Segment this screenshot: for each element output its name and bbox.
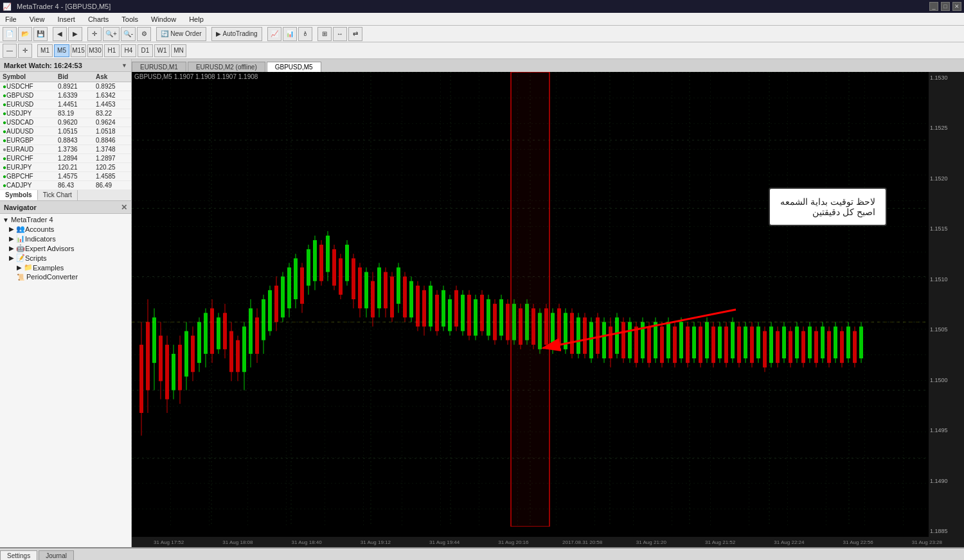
chart-shift-button[interactable]: ↔ <box>333 27 347 41</box>
bottom-tabs: Settings Journal <box>0 548 964 560</box>
nav-item-examples[interactable]: ▶📁 Examples <box>0 263 131 272</box>
menu-file[interactable]: File <box>3 15 19 24</box>
crosshair2-button[interactable]: ✛ <box>18 44 32 58</box>
mw-ask: 1.0518 <box>93 127 131 136</box>
menu-help[interactable]: Help <box>186 15 206 24</box>
period-h4[interactable]: H4 <box>121 44 136 57</box>
svg-rect-243 <box>511 72 549 527</box>
market-watch-header: Market Watch: 16:24:53 ▼ <box>0 59 131 72</box>
grid-button[interactable]: ⊞ <box>317 27 332 41</box>
maximize-button[interactable]: □ <box>941 2 950 11</box>
svg-rect-80 <box>339 258 343 295</box>
menu-charts[interactable]: Charts <box>85 15 111 24</box>
svg-rect-242 <box>859 326 863 358</box>
chart-tab-gbpusd-m5[interactable]: GBPUSD,M5 <box>267 62 321 72</box>
crosshair-button[interactable]: ✛ <box>87 27 102 41</box>
new-order-button[interactable]: 🔄 New Order <box>156 27 206 41</box>
chart-canvas[interactable]: GBPUSD,M5 1.1907 1.1908 1.1907 1.1908 <box>132 72 964 537</box>
mw-row[interactable]: ●EURUSD 1.4451 1.4453 <box>0 100 131 109</box>
tab-settings[interactable]: Settings <box>0 550 37 560</box>
period-m15[interactable]: M15 <box>71 44 86 57</box>
navigator-close[interactable]: ✕ <box>121 203 127 212</box>
mw-row[interactable]: ●GBPCHF 1.4575 1.4585 <box>0 172 131 181</box>
nav-item-expert-advisors[interactable]: ▶🤖 Expert Advisors <box>0 243 131 253</box>
svg-rect-42 <box>217 317 220 349</box>
menu-tools[interactable]: Tools <box>119 15 141 24</box>
svg-rect-78 <box>332 249 336 286</box>
autoscroll-button[interactable]: ⇄ <box>348 27 362 41</box>
mw-row[interactable]: ●GBPUSD 1.6339 1.6342 <box>0 91 131 100</box>
new-button[interactable]: 📄 <box>3 27 17 41</box>
mw-row[interactable]: ●EURJPY 120.21 120.25 <box>0 163 131 172</box>
forward-button[interactable]: ▶ <box>68 27 82 41</box>
chart-tab-eurusd-m2[interactable]: EURUSD,M2 (offline) <box>188 62 265 72</box>
navigator: Navigator ✕ ▼ MetaTrader 4▶👥 Accounts▶📊 … <box>0 201 131 547</box>
nav-item-periodconverter[interactable]: 📜 PeriodConverter <box>0 272 131 281</box>
zoom-in-button[interactable]: 🔍+ <box>103 27 120 41</box>
svg-rect-130 <box>499 299 503 336</box>
svg-rect-192 <box>699 326 702 363</box>
line-draw-button[interactable]: — <box>3 44 17 58</box>
back-button[interactable]: ◀ <box>53 27 67 41</box>
mw-row[interactable]: ●USDCAD 0.9620 0.9624 <box>0 118 131 127</box>
mw-row[interactable]: ●AUDUSD 1.0515 1.0518 <box>0 127 131 136</box>
zoom-out-button[interactable]: 🔍- <box>121 27 136 41</box>
menu-window[interactable]: Window <box>148 15 179 24</box>
mw-row[interactable]: ●CADJPY 86.43 86.49 <box>0 181 131 190</box>
title-bar: 📈 MetaTrader 4 - [GBPUSD,M5] _ □ ✕ <box>0 0 964 13</box>
market-watch-scroll[interactable]: ▼ <box>121 62 127 69</box>
autotrading-button[interactable]: ▶ AutoTrading <box>211 27 262 41</box>
svg-rect-52 <box>249 308 253 354</box>
mw-row[interactable]: ●USDCHF 0.8921 0.8925 <box>0 82 131 91</box>
title-bar-controls[interactable]: _ □ ✕ <box>929 2 961 11</box>
annotation-line1: لاحظ توقيت بداية الشمعه <box>780 197 875 207</box>
candle-chart-button[interactable]: 🕯 <box>298 27 312 41</box>
time-label-9: 31 Aug 22:24 <box>754 539 823 545</box>
tree-expand-icon: ▼ <box>3 216 9 223</box>
time-label-6: 31 Aug 20:16 <box>479 539 548 545</box>
period-h1[interactable]: H1 <box>104 44 120 57</box>
svg-rect-70 <box>307 249 310 286</box>
svg-rect-90 <box>371 281 375 318</box>
svg-rect-24 <box>159 336 163 381</box>
time-scale: 31 Aug 17:52 31 Aug 18:08 31 Aug 18:40 3… <box>132 537 964 547</box>
period-w1[interactable]: W1 <box>154 44 170 57</box>
svg-rect-98 <box>397 267 400 304</box>
svg-rect-152 <box>570 313 574 354</box>
bar-chart-button[interactable]: 📊 <box>283 27 297 41</box>
tab-journal[interactable]: Journal <box>39 550 74 560</box>
mw-row[interactable]: ●EURCHF 1.2894 1.2897 <box>0 154 131 163</box>
nav-item-accounts[interactable]: ▶👥 Accounts <box>0 224 131 234</box>
mw-row[interactable]: ●EURAUD 1.3736 1.3748 <box>0 145 131 154</box>
properties-button[interactable]: ⚙ <box>137 27 151 41</box>
open-button[interactable]: 📂 <box>18 27 32 41</box>
save-button[interactable]: 💾 <box>33 27 48 41</box>
nav-item-scripts[interactable]: ▶📝 Scripts <box>0 253 131 263</box>
line-chart-button[interactable]: 📈 <box>267 27 281 41</box>
period-mn[interactable]: MN <box>171 44 186 57</box>
mw-row[interactable]: ●USDJPY 83.19 83.22 <box>0 109 131 118</box>
mw-symbol: ●AUDUSD <box>0 127 55 136</box>
svg-rect-166 <box>615 317 619 354</box>
tree-folder-icon: 📊 <box>16 234 25 243</box>
menu-view[interactable]: View <box>27 15 48 24</box>
nav-item-indicators[interactable]: ▶📊 Indicators <box>0 234 131 243</box>
svg-rect-114 <box>448 299 452 331</box>
svg-rect-122 <box>474 299 478 336</box>
svg-rect-18 <box>139 345 143 413</box>
period-m5[interactable]: M5 <box>54 44 69 57</box>
mw-row[interactable]: ●EURGBP 0.8843 0.8846 <box>0 136 131 145</box>
tab-tick-chart[interactable]: Tick Chart <box>38 190 78 200</box>
new-order-icon: 🔄 <box>161 30 168 37</box>
chart-tab-eurusd-m1[interactable]: EURUSD,M1 <box>132 62 186 72</box>
minimize-button[interactable]: _ <box>929 2 938 11</box>
mw-ask: 1.2897 <box>93 154 131 163</box>
tab-symbols[interactable]: Symbols <box>0 190 38 200</box>
period-d1[interactable]: D1 <box>138 44 153 57</box>
menu-insert[interactable]: Insert <box>55 15 78 24</box>
period-m30[interactable]: M30 <box>87 44 103 57</box>
mw-ask: 1.4453 <box>93 100 131 109</box>
period-m1[interactable]: M1 <box>37 44 53 57</box>
nav-item-metatrader-4[interactable]: ▼ MetaTrader 4 <box>0 215 131 224</box>
close-button[interactable]: ✕ <box>952 2 961 11</box>
